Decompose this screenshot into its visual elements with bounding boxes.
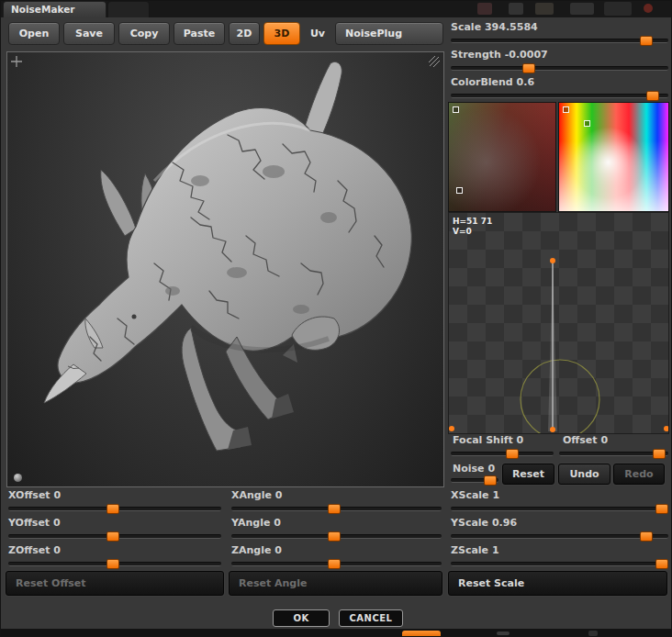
uv-label: Uv: [310, 28, 325, 39]
color-marker[interactable]: [563, 106, 569, 113]
ok-button[interactable]: OK: [273, 609, 330, 627]
colorblend-row: ColorBlend 0.6: [451, 76, 668, 89]
preview-viewport[interactable]: [6, 51, 444, 487]
noiseplug-button[interactable]: NoisePlug: [335, 22, 443, 45]
xscale-row: XScale 1: [451, 489, 668, 502]
reset-scale-button[interactable]: Reset Scale: [448, 571, 667, 596]
background-orange-tab-fragment: [402, 631, 441, 637]
reset-button[interactable]: Reset: [502, 464, 554, 485]
zscale-row: ZScale 1: [451, 544, 668, 557]
zangle-handle[interactable]: [328, 559, 341, 569]
model-preview: [7, 52, 443, 486]
copy-button[interactable]: Copy: [118, 22, 170, 45]
strength-row: Strength -0.0007: [451, 49, 668, 61]
background-strip: [1, 629, 672, 637]
zangle-slider[interactable]: [231, 562, 442, 566]
inactive-tab[interactable]: [107, 1, 150, 17]
xscale-label: XScale 1: [451, 489, 668, 502]
mode-2d-button[interactable]: 2D: [229, 22, 260, 45]
colorblend-slider-handle[interactable]: [646, 91, 659, 101]
xscale-handle[interactable]: [655, 504, 668, 514]
noise-slider[interactable]: [451, 478, 498, 483]
xscale-slider[interactable]: [451, 507, 668, 511]
save-button[interactable]: Save: [63, 22, 115, 45]
background-app-icon: [509, 3, 523, 15]
strength-slider-handle[interactable]: [522, 63, 535, 73]
redo-button[interactable]: Redo: [613, 464, 665, 485]
background-app-icon: [604, 2, 632, 16]
background-app-icon: [570, 3, 594, 15]
window-title-tab[interactable]: NoiseMaker: [3, 1, 106, 17]
open-button[interactable]: Open: [8, 22, 60, 45]
reset-scale-label: Reset Scale: [458, 577, 524, 589]
zoffset-label: ZOffset 0: [8, 544, 221, 557]
scale-slider-handle[interactable]: [640, 36, 653, 46]
background-app-icon: [477, 3, 492, 15]
yscale-label: YScale 0.96: [451, 517, 668, 530]
xoffset-slider[interactable]: [8, 507, 221, 511]
paste-button[interactable]: Paste: [174, 22, 225, 45]
color-picker-b[interactable]: [558, 102, 669, 212]
yangle-label: YAngle 0: [231, 517, 442, 530]
color-marker[interactable]: [453, 106, 459, 113]
offset-handle[interactable]: [653, 449, 666, 459]
color-picker-a[interactable]: [448, 102, 556, 212]
cancel-label: CANCEL: [350, 613, 393, 623]
noise-curve-editor[interactable]: H=51 71 V=0: [448, 212, 669, 434]
background-fragment: [497, 631, 510, 635]
resize-grip-icon[interactable]: [428, 55, 441, 68]
xangle-handle[interactable]: [328, 504, 341, 514]
zscale-slider[interactable]: [451, 562, 668, 566]
colorblend-slider[interactable]: [451, 94, 668, 98]
cancel-button[interactable]: CANCEL: [339, 609, 403, 627]
zoffset-handle[interactable]: [106, 559, 119, 569]
zoffset-slider[interactable]: [8, 562, 221, 566]
copy-label: Copy: [130, 28, 159, 39]
yangle-handle[interactable]: [328, 531, 341, 542]
reset-angle-label: Reset Angle: [239, 577, 307, 589]
yangle-row: YAngle 0: [231, 517, 442, 530]
yangle-slider[interactable]: [231, 534, 442, 539]
scale-label: Scale 394.5584: [451, 21, 668, 34]
xoffset-row: XOffset 0: [8, 489, 221, 502]
color-marker[interactable]: [584, 120, 590, 127]
zscale-handle[interactable]: [655, 559, 668, 569]
mode-3d-button[interactable]: 3D: [263, 22, 300, 45]
zoffset-row: ZOffset 0: [8, 544, 221, 557]
yscale-handle[interactable]: [640, 531, 653, 542]
yscale-slider[interactable]: [451, 534, 668, 539]
mode-2d-label: 2D: [237, 28, 252, 39]
xoffset-handle[interactable]: [106, 504, 119, 514]
offset-label: Offset 0: [563, 434, 608, 447]
offset-slider[interactable]: [559, 452, 668, 456]
ok-label: OK: [293, 613, 308, 623]
uv-button[interactable]: Uv: [304, 22, 331, 45]
background-app-icon: [644, 4, 653, 13]
zangle-row: ZAngle 0: [231, 544, 442, 557]
strength-slider[interactable]: [451, 66, 668, 71]
undo-button[interactable]: Undo: [558, 464, 610, 485]
plus-icon[interactable]: [10, 55, 23, 68]
undo-label: Undo: [569, 468, 599, 480]
yoffset-handle[interactable]: [106, 531, 119, 542]
mode-3d-label: 3D: [274, 28, 290, 39]
reset-offset-button[interactable]: Reset Offset: [6, 571, 224, 596]
color-marker[interactable]: [456, 187, 463, 194]
yoffset-slider[interactable]: [8, 534, 221, 539]
reset-angle-button[interactable]: Reset Angle: [229, 571, 442, 596]
noise-curve: [449, 213, 669, 434]
scale-slider[interactable]: [451, 39, 668, 43]
noise-slider-handle[interactable]: [484, 475, 497, 486]
save-label: Save: [75, 28, 103, 39]
strength-label: Strength -0.0007: [451, 49, 668, 61]
sphere-icon[interactable]: [14, 474, 22, 482]
xangle-slider[interactable]: [231, 507, 442, 511]
xangle-label: XAngle 0: [231, 489, 442, 502]
noise-label: Noise 0: [453, 463, 495, 475]
focal-shift-label: Focal Shift 0: [453, 434, 523, 447]
paste-label: Paste: [184, 28, 215, 39]
focal-shift-slider[interactable]: [451, 452, 554, 456]
reset-offset-label: Reset Offset: [16, 577, 86, 589]
focal-shift-handle[interactable]: [506, 449, 519, 459]
yoffset-row: YOffset 0: [8, 517, 221, 530]
